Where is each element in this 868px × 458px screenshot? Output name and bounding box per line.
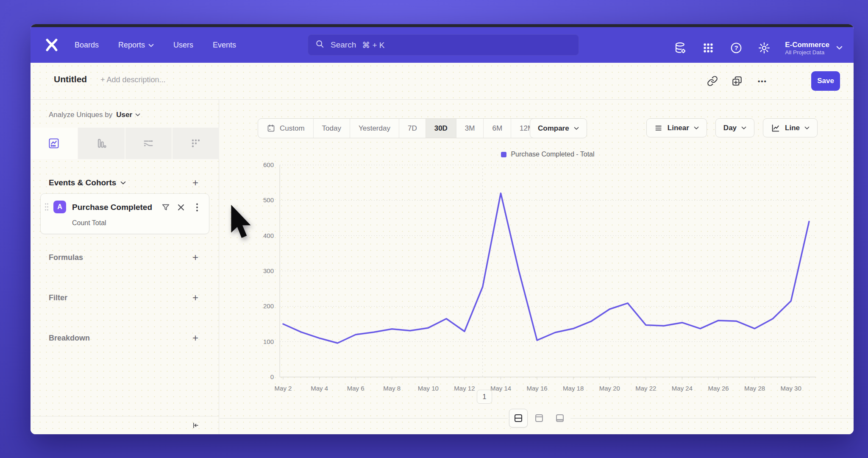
svg-text:May 8: May 8 bbox=[383, 385, 401, 392]
layout-top-button[interactable] bbox=[530, 409, 548, 427]
nav-link-users[interactable]: Users bbox=[173, 41, 193, 50]
flows-icon bbox=[142, 137, 154, 149]
svg-text:May 26: May 26 bbox=[708, 385, 729, 392]
more-options-button[interactable]: ••• bbox=[755, 74, 770, 88]
tab-retention[interactable] bbox=[172, 128, 219, 159]
data-management-button[interactable] bbox=[673, 41, 687, 55]
collapse-left-icon bbox=[192, 420, 199, 430]
report-panel: Custom Today Yesterday 7D 30D 3M 6M 12M … bbox=[220, 100, 854, 434]
range-yesterday[interactable]: Yesterday bbox=[350, 119, 399, 138]
svg-text:May 24: May 24 bbox=[672, 385, 693, 392]
chart-type-button[interactable]: Line bbox=[763, 118, 818, 137]
range-7d[interactable]: 7D bbox=[399, 119, 426, 138]
svg-text:May 28: May 28 bbox=[744, 385, 765, 392]
chevron-down-icon bbox=[804, 126, 810, 130]
save-button[interactable]: Save bbox=[811, 71, 840, 91]
add-event-button[interactable]: + bbox=[189, 176, 202, 189]
database-icon bbox=[674, 42, 687, 54]
analyze-label: Analyze Uniques by bbox=[49, 111, 112, 119]
nav-link-label: Users bbox=[173, 41, 193, 50]
project-switcher[interactable]: E-Commerce All Project Data bbox=[785, 40, 843, 56]
event-card[interactable]: A Purchase Completed Count Total bbox=[40, 193, 209, 234]
range-6m[interactable]: 6M bbox=[483, 119, 511, 138]
svg-text:500: 500 bbox=[263, 196, 274, 204]
layout-split-icon bbox=[513, 413, 523, 423]
svg-text:May 4: May 4 bbox=[311, 385, 328, 392]
svg-text:400: 400 bbox=[263, 232, 274, 239]
line-chart-icon bbox=[48, 137, 60, 149]
nav-link-reports[interactable]: Reports bbox=[118, 41, 154, 50]
chart-legend: Purchase Completed - Total bbox=[280, 151, 816, 158]
range-3m[interactable]: 3M bbox=[456, 119, 484, 138]
range-30d[interactable]: 30D bbox=[426, 119, 456, 138]
layout-bottom-button[interactable] bbox=[551, 409, 569, 427]
apps-grid-button[interactable] bbox=[701, 41, 715, 55]
duplicate-icon bbox=[732, 75, 743, 87]
collapse-sidebar-button[interactable] bbox=[189, 419, 202, 432]
svg-text:200: 200 bbox=[263, 302, 274, 310]
plus-icon: + bbox=[192, 177, 198, 189]
interval-button[interactable]: Day bbox=[715, 118, 754, 137]
help-button[interactable]: ? bbox=[729, 41, 743, 55]
window-top-edge bbox=[31, 24, 854, 27]
query-sidebar: Analyze Uniques by User bbox=[31, 100, 219, 434]
link-icon bbox=[707, 75, 718, 87]
svg-text:May 22: May 22 bbox=[635, 385, 656, 392]
analyze-uniques-dropdown[interactable]: User bbox=[116, 111, 140, 119]
scale-button[interactable]: Linear bbox=[646, 118, 707, 137]
sidebar-footer bbox=[31, 416, 219, 434]
range-label: Today bbox=[322, 124, 341, 133]
add-breakdown-button[interactable]: + bbox=[189, 332, 202, 344]
chevron-down-icon bbox=[741, 126, 746, 130]
svg-text:May 14: May 14 bbox=[490, 385, 511, 392]
event-metric[interactable]: Count Total bbox=[72, 219, 106, 227]
chart-type-label: Line bbox=[785, 124, 800, 132]
add-filter-button[interactable]: + bbox=[189, 291, 202, 304]
pagination-badge[interactable]: 1 bbox=[477, 390, 492, 404]
tab-flows[interactable] bbox=[125, 128, 172, 159]
duplicate-button[interactable] bbox=[730, 74, 744, 88]
range-today[interactable]: Today bbox=[313, 119, 350, 138]
plus-icon: + bbox=[192, 332, 198, 344]
events-cohorts-header[interactable]: Events & Cohorts bbox=[49, 174, 126, 191]
nav-link-boards[interactable]: Boards bbox=[75, 41, 99, 50]
add-description-button[interactable]: + Add description... bbox=[100, 75, 166, 84]
layout-top-icon bbox=[534, 413, 544, 423]
tab-bar-chart[interactable] bbox=[77, 128, 125, 159]
events-cohorts-label: Events & Cohorts bbox=[49, 178, 116, 187]
copy-link-button[interactable] bbox=[705, 74, 720, 88]
report-title[interactable]: Untitled bbox=[54, 74, 87, 84]
compare-button[interactable]: Compare bbox=[530, 118, 587, 138]
chart-type-tabs bbox=[31, 128, 219, 159]
app-window: Boards Reports Users Events Search ⌘ + K bbox=[31, 24, 854, 434]
calendar-icon bbox=[267, 124, 275, 133]
analyze-row: Analyze Uniques by User bbox=[49, 106, 140, 123]
settings-button[interactable] bbox=[757, 41, 771, 55]
svg-text:May 2: May 2 bbox=[275, 385, 292, 392]
svg-text:300: 300 bbox=[263, 267, 274, 274]
svg-text:May 20: May 20 bbox=[599, 385, 620, 392]
range-custom[interactable]: Custom bbox=[258, 119, 313, 138]
svg-text:May 12: May 12 bbox=[454, 385, 475, 392]
layout-split-button[interactable] bbox=[509, 409, 528, 427]
scale-label: Linear bbox=[668, 124, 689, 132]
svg-text:May 30: May 30 bbox=[781, 385, 801, 392]
legend-swatch bbox=[501, 152, 506, 157]
add-formula-button[interactable]: + bbox=[189, 251, 202, 264]
bar-chart-icon bbox=[95, 137, 107, 149]
nav-link-events[interactable]: Events bbox=[213, 41, 236, 50]
tab-insights[interactable] bbox=[31, 128, 77, 159]
event-menu-button[interactable] bbox=[191, 201, 203, 213]
app-content: Untitled + Add description... ••• Save bbox=[31, 63, 854, 434]
plus-icon: + bbox=[192, 292, 198, 304]
line-chart-icon bbox=[771, 123, 780, 133]
drag-handle-icon[interactable] bbox=[44, 202, 49, 213]
remove-event-button[interactable] bbox=[175, 201, 187, 213]
event-filter-button[interactable] bbox=[160, 201, 172, 213]
layout-switcher bbox=[508, 408, 570, 429]
mixpanel-logo[interactable] bbox=[43, 36, 60, 53]
project-name: E-Commerce bbox=[785, 40, 829, 49]
svg-text:100: 100 bbox=[263, 338, 274, 345]
search-input[interactable]: Search ⌘ + K bbox=[308, 34, 579, 56]
svg-text:May 16: May 16 bbox=[527, 385, 548, 392]
